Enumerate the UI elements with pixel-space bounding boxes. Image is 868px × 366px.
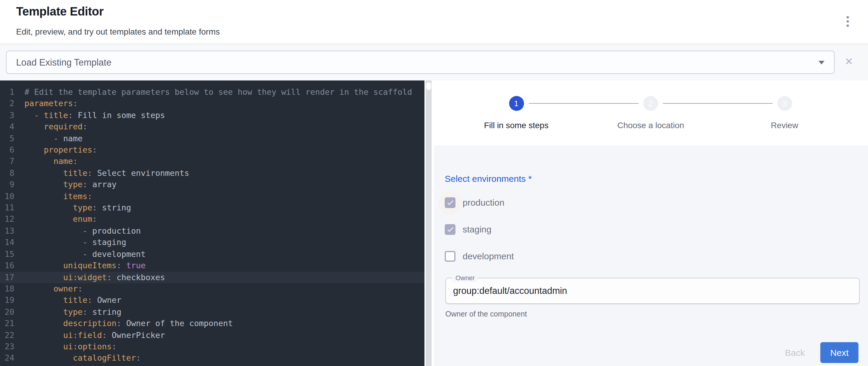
code-line[interactable]: 23 ui:options:: [0, 341, 425, 353]
code-line[interactable]: 17 ui:widget: checkboxes: [0, 272, 425, 283]
form-panel: Select environments * productionstagingd…: [434, 146, 868, 366]
code-line[interactable]: 11 type: string: [0, 202, 425, 214]
next-button[interactable]: Next: [820, 342, 859, 363]
line-number: 6: [0, 144, 14, 156]
line-number: 22: [0, 329, 14, 341]
load-existing-template-select[interactable]: Load Existing Template: [6, 51, 835, 74]
code-line[interactable]: 14 - staging: [0, 237, 425, 249]
code-line[interactable]: 21 description: Owner of the component: [0, 318, 425, 329]
line-number: 1: [0, 86, 14, 98]
checkbox-option[interactable]: production: [445, 189, 514, 216]
kebab-menu-icon: [846, 16, 849, 19]
code-line[interactable]: 10 items:: [0, 190, 425, 202]
code-text: catalogFilter:: [25, 353, 141, 364]
template-editor-page: Template Editor Edit, preview, and try o…: [0, 0, 868, 366]
code-text: - name: [25, 133, 83, 144]
code-line[interactable]: 9 type: array: [0, 179, 425, 191]
code-line[interactable]: 4 required:: [0, 121, 425, 133]
code-text: ui:options:: [25, 341, 117, 353]
checkbox-option[interactable]: staging: [445, 216, 514, 243]
code-line[interactable]: 1# Edit the template parameters below to…: [0, 86, 425, 98]
checkbox[interactable]: [445, 197, 456, 208]
code-line[interactable]: 3 - title: Fill in some steps: [0, 110, 425, 121]
code-text: enum:: [25, 214, 97, 225]
line-number: 11: [0, 202, 14, 214]
check-icon: [445, 225, 455, 234]
code-line[interactable]: 19 title: Owner: [0, 295, 425, 306]
line-number: 19: [0, 295, 14, 306]
step-connector: [528, 103, 639, 104]
code-text: name:: [25, 156, 78, 167]
code-line[interactable]: 6 properties:: [0, 144, 425, 156]
owner-input[interactable]: [445, 278, 860, 304]
code-text: ui:widget: checkboxes: [25, 272, 165, 283]
check-icon: [445, 198, 455, 207]
wizard-buttons: Back Next: [778, 342, 859, 363]
close-icon: ✕: [845, 56, 854, 67]
code-text: type: array: [25, 179, 117, 191]
code-line[interactable]: 5 - name: [0, 133, 425, 144]
code-line[interactable]: 24 catalogFilter:: [0, 353, 425, 364]
code-text: ui:field: OwnerPicker: [25, 329, 165, 341]
line-number: 15: [0, 248, 14, 260]
code-text: required:: [25, 121, 87, 133]
back-button[interactable]: Back: [778, 343, 812, 362]
step-indicator: 3: [777, 96, 792, 111]
form-preview-pane: 1Fill in some steps2Choose a location3Re…: [432, 81, 868, 366]
select-placeholder: Load Existing Template: [16, 51, 112, 73]
code-text: - title: Fill in some steps: [25, 110, 165, 121]
page-header: Template Editor Edit, preview, and try o…: [0, 0, 868, 44]
owner-field-group: Owner Owner of the component: [445, 278, 860, 318]
code-text: items:: [25, 190, 92, 202]
dropdown-arrow-icon: [818, 61, 825, 64]
code-text: description: Owner of the component: [25, 318, 233, 329]
checkbox[interactable]: [445, 251, 456, 262]
load-template-bar: Load Existing Template ✕: [0, 44, 868, 81]
line-number: 20: [0, 306, 14, 318]
code-line[interactable]: 20 type: string: [0, 306, 425, 318]
line-number: 13: [0, 225, 14, 237]
step-label: Fill in some steps: [457, 120, 576, 130]
step-label: Choose a location: [591, 120, 710, 130]
code-line[interactable]: 8 title: Select environments: [0, 167, 425, 179]
checkbox[interactable]: [445, 224, 456, 235]
code-line[interactable]: 16 uniqueItems: true: [0, 260, 425, 272]
checkbox-label: staging: [463, 224, 492, 234]
line-number: 3: [0, 110, 14, 121]
code-text: title: Owner: [25, 295, 121, 306]
code-line[interactable]: 13 - production: [0, 225, 425, 237]
close-button[interactable]: ✕: [842, 55, 856, 69]
pane-resize-divider[interactable]: [426, 81, 432, 366]
code-text: # Edit the template parameters below to …: [25, 86, 412, 98]
code-line[interactable]: 12 enum:: [0, 214, 425, 225]
template-yaml-editor[interactable]: 1# Edit the template parameters below to…: [0, 81, 425, 366]
code-line[interactable]: 2parameters:: [0, 98, 425, 110]
more-options-button[interactable]: [839, 13, 856, 30]
line-number: 24: [0, 353, 14, 364]
checkbox-label: production: [463, 197, 504, 208]
checkbox-label: development: [463, 251, 514, 261]
checkbox-group: productionstagingdevelopment: [445, 189, 514, 269]
code-line[interactable]: 22 ui:field: OwnerPicker: [0, 329, 425, 341]
code-text: - development: [25, 248, 146, 260]
page-subtitle: Edit, preview, and try out templates and…: [16, 27, 220, 36]
code-text: parameters:: [25, 98, 78, 110]
checkbox-option[interactable]: development: [445, 243, 514, 269]
line-number: 14: [0, 237, 14, 249]
step-connector: [663, 103, 772, 104]
code-line[interactable]: 18 owner:: [0, 283, 425, 295]
step-indicator: 2: [643, 96, 658, 111]
code-line[interactable]: 7 name:: [0, 156, 425, 167]
code-text: title: Select environments: [25, 167, 189, 179]
line-number: 23: [0, 341, 14, 353]
step-indicator: 1: [509, 96, 524, 111]
line-number: 12: [0, 214, 14, 225]
code-line[interactable]: 15 - development: [0, 248, 425, 260]
page-title: Template Editor: [16, 5, 103, 19]
code-text: - staging: [25, 237, 126, 249]
step-label: Review: [725, 120, 844, 130]
field-group-label: Select environments *: [445, 174, 532, 184]
wizard-stepper: 1Fill in some steps2Choose a location3Re…: [432, 81, 868, 146]
divider-handle[interactable]: [426, 82, 431, 90]
line-number: 8: [0, 167, 14, 179]
